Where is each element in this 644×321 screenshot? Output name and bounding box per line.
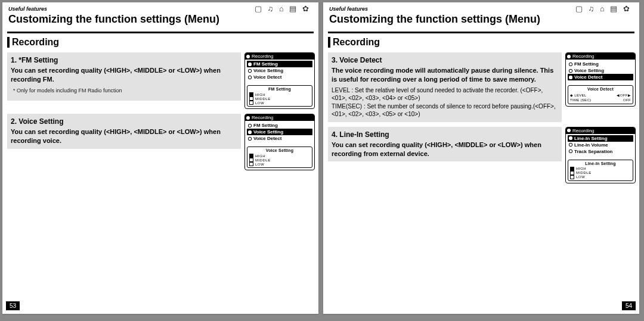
setting-block-linein: 4. Line-In Setting You can set recording… [328, 127, 634, 183]
page-left: Useful features ▢ ♫ ⌂ ▤ ✿ Customizing th… [2, 2, 318, 314]
lcd-sub-title: FM Setting [249, 87, 310, 91]
block-heading: 2. Voice Setting [11, 117, 237, 126]
desc-band: 4. Line-In Setting You can set recording… [328, 127, 562, 162]
manual-spread: Useful features ▢ ♫ ⌂ ▤ ✿ Customizing th… [0, 0, 644, 321]
block-text: You can set recording quality (<HIGH>, <… [11, 127, 237, 145]
lcd-head: Recording [566, 53, 635, 60]
section-title: Recording [328, 37, 634, 48]
lcd-item[interactable]: Line-In Volume [568, 142, 633, 148]
lcd-item[interactable]: FM Setting [568, 61, 633, 67]
block-heading: 3. Voice Detect [332, 56, 558, 64]
lcd: Recording FM Setting Voice Setting Voice… [244, 114, 315, 170]
lcd-preview: Recording FM Setting Voice Setting Voice… [244, 114, 314, 170]
house-icon: ⌂ [279, 4, 285, 13]
lcd-item[interactable]: Line-In Setting [568, 135, 633, 142]
gear-icon: ✿ [302, 4, 310, 13]
lcd-title: Recording [572, 54, 594, 59]
lcd-menu: FM Setting Voice Setting Voice Detect [566, 60, 635, 84]
block-footnote: * Only for models including FM Radio fun… [13, 88, 235, 94]
block-text: The voice recording mode will automatica… [332, 66, 558, 84]
lcd-detect-row[interactable]: ◆ LEVEL◀OFF▶ [570, 92, 631, 98]
folder-icon: ▢ [255, 4, 263, 13]
lcd-item[interactable]: Voice Setting [568, 67, 633, 74]
setting-block-voice-detect: 3. Voice Detect The voice recording mode… [328, 52, 634, 122]
page-number: 53 [6, 301, 20, 310]
page-title: Customizing the function settings (Menu) [8, 13, 312, 26]
block-heading: 1. *FM Setting [11, 56, 237, 64]
house-icon: ⌂ [600, 4, 606, 13]
lcd-item[interactable]: Voice Detect [568, 74, 633, 80]
page-header: Useful features ▢ ♫ ⌂ ▤ ✿ Customizing th… [323, 2, 639, 26]
lcd-detect-row[interactable]: TIME (SEC)OFF [570, 98, 631, 102]
block-desc: 2. Voice Setting You can set recording q… [7, 114, 244, 149]
header-icons: ▢ ♫ ⌂ ▤ ✿ [574, 4, 631, 13]
page-right: Useful features ▢ ♫ ⌂ ▤ ✿ Customizing th… [323, 2, 639, 314]
block-desc: 3. Voice Detect The voice recording mode… [328, 52, 565, 122]
lcd-head: Recording [566, 127, 635, 134]
section-bar: Recording [7, 32, 314, 48]
block-heading: 4. Line-In Setting [332, 130, 558, 139]
setting-block-voice: 2. Voice Setting You can set recording q… [7, 114, 314, 170]
lcd: Recording FM Setting Voice Setting Voice… [565, 52, 636, 107]
block-desc: 1. *FM Setting You can set recording qua… [7, 52, 244, 101]
lcd-sub-title: Voice Setting [249, 148, 310, 152]
header-icons: ▢ ♫ ⌂ ▤ ✿ [253, 4, 310, 13]
desc-band: 2. Voice Setting You can set recording q… [7, 114, 241, 149]
lcd-head: Recording [245, 53, 314, 60]
record-dot-icon [567, 129, 571, 132]
music-icon: ♫ [589, 4, 596, 13]
lcd-submenu: Voice Setting HIGH MIDDLE LOW [247, 147, 312, 168]
lcd-title: Recording [572, 128, 594, 133]
lcd-option[interactable]: HIGH [570, 167, 631, 171]
lcd-menu: Line-In Setting Line-In Volume Track Sep… [566, 134, 635, 158]
block-text: You can set recording quality (<HIGH>, <… [11, 66, 237, 84]
lcd-option[interactable]: MIDDLE [249, 158, 310, 162]
lcd-option[interactable]: MIDDLE [570, 171, 631, 175]
block-desc: 4. Line-In Setting You can set recording… [328, 127, 565, 162]
lcd-menu: FM Setting Voice Setting Voice Detect [245, 121, 314, 145]
gear-icon: ✿ [623, 4, 631, 13]
lcd-item[interactable]: Voice Setting [247, 129, 312, 135]
lcd-option[interactable]: MIDDLE [249, 96, 310, 101]
lcd-item[interactable]: Voice Detect [247, 74, 312, 80]
desc-band: 1. *FM Setting You can set recording qua… [7, 52, 241, 101]
lcd-title: Recording [252, 115, 273, 120]
lcd-item[interactable]: Voice Detect [247, 135, 312, 142]
lcd-item[interactable]: Track Separation [568, 148, 633, 155]
lcd: Recording Line-In Setting Line-In Volume… [565, 127, 636, 183]
page-header: Useful features ▢ ♫ ⌂ ▤ ✿ Customizing th… [2, 2, 318, 26]
lcd-head: Recording [245, 114, 314, 121]
block-subtext: LEVEL : Set the relative level of sound … [332, 86, 558, 119]
record-dot-icon [246, 55, 250, 58]
setting-block-fm: 1. *FM Setting You can set recording qua… [7, 52, 314, 109]
list-icon: ▤ [610, 4, 618, 13]
lcd-option[interactable]: LOW [570, 175, 631, 179]
music-icon: ♫ [268, 4, 275, 13]
lcd-option[interactable]: LOW [249, 101, 310, 105]
section-title: Recording [7, 37, 314, 48]
lcd-menu: FM Setting Voice Setting Voice Detect [245, 60, 314, 84]
block-text: You can set recording quality (<HIGH>, <… [332, 141, 558, 158]
lcd-submenu: Voice Detect ◆ LEVEL◀OFF▶ TIME (SEC)OFF [568, 85, 633, 104]
lcd: Recording FM Setting Voice Setting Voice… [244, 52, 315, 109]
record-dot-icon [246, 116, 250, 120]
lcd-preview: Recording FM Setting Voice Setting Voice… [565, 52, 634, 107]
page-title: Customizing the function settings (Menu) [329, 13, 633, 26]
lcd-option[interactable]: LOW [249, 162, 310, 166]
lcd-item[interactable]: Voice Setting [247, 67, 312, 74]
lcd-preview: Recording Line-In Setting Line-In Volume… [565, 127, 634, 183]
lcd-item[interactable]: FM Setting [247, 61, 312, 67]
desc-band: 3. Voice Detect The voice recording mode… [328, 52, 562, 122]
lcd-preview: Recording FM Setting Voice Setting Voice… [244, 52, 314, 109]
lcd-title: Recording [252, 54, 273, 59]
lcd-sub-title: Line-In Setting [570, 161, 631, 166]
lcd-option[interactable]: HIGH [249, 154, 310, 158]
folder-icon: ▢ [575, 4, 584, 13]
lcd-item[interactable]: FM Setting [247, 122, 312, 129]
lcd-submenu: Line-In Setting HIGH MIDDLE LOW [568, 160, 633, 181]
lcd-option[interactable]: HIGH [249, 92, 310, 96]
record-dot-icon [567, 55, 571, 58]
lcd-submenu: FM Setting HIGH MIDDLE LOW [247, 85, 312, 107]
page-number: 54 [622, 301, 636, 310]
list-icon: ▤ [289, 4, 298, 13]
